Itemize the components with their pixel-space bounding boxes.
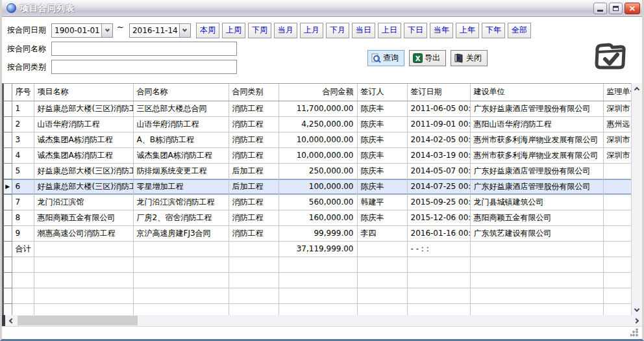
cell-type[interactable]: 后加工程 xyxy=(229,179,279,194)
cell-project[interactable]: 惠阳商颖五金有限公司 xyxy=(34,210,133,225)
cell-signer[interactable] xyxy=(357,272,407,288)
vertical-scrollbar[interactable] xyxy=(631,83,642,315)
cell-amount[interactable]: 37,119,999.00 xyxy=(279,241,357,257)
cell-signer[interactable]: 陈庆丰 xyxy=(357,132,407,147)
cell-amount[interactable]: 10,000,000.00 xyxy=(279,147,357,163)
cell-date[interactable]: 2015-09-25 00:00 xyxy=(407,194,470,210)
cell-project[interactable]: 好益康总部大楼(三区)消防工 xyxy=(34,179,133,194)
cell-signer[interactable] xyxy=(357,257,407,272)
cell-builder[interactable] xyxy=(470,257,603,272)
column-header-builder[interactable]: 建设单位 xyxy=(470,84,603,101)
quick-range-button-12[interactable]: 全部 xyxy=(508,23,531,38)
cell-type[interactable]: 消防工程 xyxy=(229,147,279,163)
cell-seq[interactable] xyxy=(12,257,34,272)
cell-project[interactable]: 潮惠高速公司消防工程 xyxy=(34,225,133,241)
column-header-type[interactable]: 合同类别 xyxy=(229,84,279,101)
cell-signer[interactable]: 陈庆丰 xyxy=(357,163,407,179)
cell-project[interactable]: 山语华府消防工程 xyxy=(34,116,133,132)
cell-supervisor[interactable] xyxy=(603,257,631,272)
cell-seq[interactable]: 9 xyxy=(12,225,34,241)
table-row[interactable]: 9潮惠高速公司消防工程京沪高速房建FJ3合同消防工程99,999.00李四201… xyxy=(4,225,631,241)
cell-contract[interactable]: 厂房2、宿舍消防工程 xyxy=(133,210,229,225)
cell-supervisor[interactable] xyxy=(603,288,631,303)
cell-amount[interactable]: 560,000.00 xyxy=(279,194,357,210)
cell-supervisor[interactable]: 深圳市 xyxy=(603,147,631,163)
cell-project[interactable] xyxy=(34,288,133,303)
cell-date[interactable] xyxy=(407,288,470,303)
cell-amount[interactable]: 100,000.00 xyxy=(279,179,357,194)
horizontal-scroll-thumb[interactable] xyxy=(18,316,138,325)
cell-amount[interactable]: 160,000.00 xyxy=(279,210,357,225)
cell-project[interactable]: 好益康总部大楼(三区)消防工 xyxy=(34,163,133,179)
cell-date[interactable]: - - : : xyxy=(407,241,470,257)
cell-supervisor[interactable] xyxy=(603,303,631,315)
query-button[interactable]: 查询 xyxy=(367,50,404,66)
cell-amount[interactable]: 11,700,000.00 xyxy=(279,101,357,116)
cell-project[interactable]: 诚杰集团A栋消防工程 xyxy=(34,147,133,163)
cell-type[interactable] xyxy=(229,257,279,272)
cell-contract[interactable] xyxy=(133,303,229,315)
cell-signer[interactable]: 韩建平 xyxy=(357,194,407,210)
cell-supervisor[interactable] xyxy=(603,210,631,225)
quick-range-button-0[interactable]: 本周 xyxy=(196,23,219,38)
cell-contract[interactable] xyxy=(133,288,229,303)
table-row[interactable]: 5好益康总部大楼(三区)消防工防排烟系统变更工程后加工程250,000.00陈庆… xyxy=(4,163,631,179)
cell-amount[interactable] xyxy=(279,272,357,288)
contract-type-input[interactable] xyxy=(51,60,237,74)
close-window-button[interactable]: × xyxy=(625,3,640,14)
cell-amount[interactable]: 10,000,000.00 xyxy=(279,132,357,147)
column-header-date[interactable]: 签订日期 xyxy=(407,84,470,101)
export-button[interactable]: X 导出 xyxy=(409,50,446,66)
cell-type[interactable]: 消防工程 xyxy=(229,225,279,241)
cell-date[interactable]: 2011-06-05 00:00 xyxy=(407,101,470,116)
scroll-right-button[interactable] xyxy=(631,315,642,326)
cell-builder[interactable] xyxy=(470,288,603,303)
cell-builder[interactable] xyxy=(470,272,603,288)
column-header-supervisor[interactable]: 监理单位 xyxy=(603,84,631,101)
cell-builder[interactable]: 惠阳商颖五金有限公司 xyxy=(470,210,603,225)
cell-seq[interactable]: 合计 xyxy=(12,241,34,257)
cell-date[interactable]: 2016-01-16 00:00 xyxy=(407,225,470,241)
cell-amount[interactable] xyxy=(279,257,357,272)
cell-date[interactable] xyxy=(407,257,470,272)
table-row[interactable]: 2山语华府消防工程山语华府消防工程消防工程4,250,000.00陈庆丰2011… xyxy=(4,116,631,132)
cell-signer[interactable]: 李四 xyxy=(357,225,407,241)
cell-date[interactable]: 2014-05-07 00:00 xyxy=(407,163,470,179)
cell-amount[interactable]: 99,999.00 xyxy=(279,225,357,241)
cell-type[interactable]: 消防工程 xyxy=(229,132,279,147)
cell-seq[interactable]: 6 xyxy=(12,179,34,194)
scroll-left-button[interactable] xyxy=(5,315,16,326)
cell-supervisor[interactable] xyxy=(603,194,631,210)
cell-contract[interactable]: 龙门沿江滨馆消防工程 xyxy=(133,194,229,210)
cell-seq[interactable] xyxy=(12,272,34,288)
cell-type[interactable] xyxy=(229,272,279,288)
contract-name-input[interactable] xyxy=(51,42,237,56)
cell-supervisor[interactable]: 惠州远 xyxy=(603,116,631,132)
cell-signer[interactable]: 陈庆丰 xyxy=(357,101,407,116)
table-row[interactable]: 7龙门沿江滨馆龙门沿江滨馆消防工程消防工程560,000.00韩建平2015-0… xyxy=(4,194,631,210)
cell-builder[interactable]: 广东筑艺建设有限公司 xyxy=(470,225,603,241)
cell-project[interactable] xyxy=(34,272,133,288)
table-row[interactable]: 3诚杰集团A栋消防工程A、B栋消防工程消防工程10,000,000.00陈庆丰2… xyxy=(4,132,631,147)
cell-seq[interactable]: 8 xyxy=(12,210,34,225)
cell-date[interactable]: 2015-12-06 00:00 xyxy=(407,210,470,225)
cell-contract[interactable]: 诚杰集团A栋消防工程 xyxy=(133,147,229,163)
cell-supervisor[interactable] xyxy=(603,163,631,179)
cell-project[interactable]: 龙门沿江滨馆 xyxy=(34,194,133,210)
quick-range-button-3[interactable]: 当月 xyxy=(274,23,297,38)
cell-contract[interactable]: A、B栋消防工程 xyxy=(133,132,229,147)
empty-row[interactable] xyxy=(4,272,631,288)
column-header-seq[interactable]: 序号 xyxy=(12,84,34,101)
quick-range-button-11[interactable]: 下年 xyxy=(482,23,505,38)
cell-builder[interactable]: 广东好益康酒店管理股份有限公司 xyxy=(470,179,603,194)
cell-supervisor[interactable] xyxy=(603,179,631,194)
quick-range-button-8[interactable]: 下日 xyxy=(404,23,427,38)
quick-range-button-4[interactable]: 上月 xyxy=(300,23,323,38)
cell-type[interactable]: 消防工程 xyxy=(229,194,279,210)
cell-date[interactable]: 2011-09-01 00:00 xyxy=(407,116,470,132)
date-to-combobox[interactable]: 2016-11-14 xyxy=(129,23,191,38)
scroll-up-button[interactable] xyxy=(632,83,642,94)
cell-contract[interactable] xyxy=(133,257,229,272)
cell-project[interactable] xyxy=(34,303,133,315)
cell-project[interactable]: 好益康总部大楼(三区)消防工 xyxy=(34,101,133,116)
